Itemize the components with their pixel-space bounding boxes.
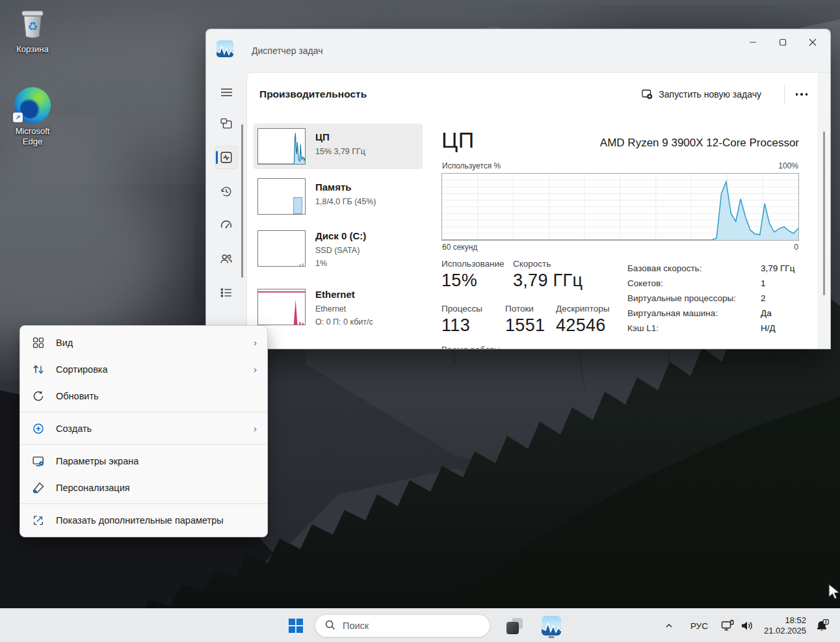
side-stat-value: 2 [761, 293, 766, 303]
menu-item-show-more-options[interactable]: Показать дополнительные параметры [20, 507, 267, 533]
chevron-right-icon: › [254, 364, 257, 375]
tray-date: 21.02.2025 [764, 626, 806, 636]
recycle-bin-icon: ♻ [14, 5, 51, 42]
graph-y-label: Используется % [442, 161, 501, 170]
menu-item-new[interactable]: Создать › [20, 415, 267, 442]
show-more-options-icon [32, 514, 45, 527]
resource-row-memory[interactable]: Память 1,8/4,0 ГБ (45%) [254, 174, 423, 219]
nav-startup-apps-icon[interactable] [215, 213, 238, 237]
view-icon [32, 336, 45, 349]
stat-value: 42546 [556, 315, 609, 336]
menu-item-label: Создать [56, 423, 92, 434]
desktop-icon-recycle-bin[interactable]: ♻ Корзина [5, 5, 60, 55]
notification-bell-dnd-icon[interactable]: z [813, 613, 832, 639]
tray-time: 18:52 [764, 615, 806, 626]
menu-item-personalize[interactable]: Персонализация [20, 474, 267, 501]
stat-value: 1551 [505, 315, 556, 336]
shortcut-arrow-icon: ↗ [13, 113, 23, 122]
start-button[interactable] [283, 613, 309, 639]
stat-label: Дескрипторы [556, 304, 609, 314]
side-stat-label: Базовая скорость: [627, 263, 761, 273]
side-stat-label: Кэш L1: [627, 323, 761, 333]
cpu-stats-row2: Процессы 113 Потоки 1551 Дескрипторы 425… [441, 304, 609, 336]
cpu-mini-graph [257, 128, 306, 165]
network-icon [720, 619, 735, 633]
resource-detail: SSD (SATA) [315, 246, 360, 255]
sort-icon [32, 363, 45, 376]
stat-value: 15% [441, 271, 513, 291]
menu-item-label: Вид [56, 338, 73, 348]
menu-item-label: Параметры экрана [56, 456, 138, 466]
resource-row-cpu[interactable]: ЦП 15% 3,79 ГГц [254, 124, 423, 169]
stat-label: Потоки [505, 304, 556, 314]
nav-performance-icon[interactable] [215, 146, 238, 169]
menu-item-refresh[interactable]: Обновить [20, 382, 267, 409]
graph-y-max: 100% [778, 161, 798, 170]
menu-separator [20, 503, 267, 504]
stat-label: Использование [441, 259, 513, 269]
content-card: Производительность Запустить новую задач… [246, 72, 830, 349]
nav-users-icon[interactable] [215, 247, 238, 271]
content-scrollbar[interactable] [823, 131, 825, 295]
menu-item-label: Персонализация [56, 483, 130, 493]
network-volume-group[interactable] [718, 613, 756, 639]
resource-detail: 1,8/4,0 ГБ (45%) [315, 197, 376, 206]
personalize-icon [32, 481, 45, 494]
menu-item-display-settings[interactable]: Параметры экрана [20, 448, 267, 474]
chevron-right-icon: › [254, 423, 257, 434]
nav-details-icon[interactable] [215, 281, 238, 304]
desktop-icon-microsoft-edge[interactable]: ↗ Microsoft Edge [5, 87, 60, 148]
cpu-heading: ЦП [441, 127, 475, 153]
svg-text:♻: ♻ [27, 20, 38, 33]
taskbar: Поиск РУС [0, 608, 840, 642]
resource-detail: 1% [315, 259, 327, 268]
resource-row-ethernet[interactable]: Ethernet Ethernet О: 0 П: 0 кбит/с [254, 284, 423, 336]
page-title: Производительность [259, 88, 367, 100]
task-manager-taskbar-button[interactable] [538, 613, 564, 639]
menu-item-label: Показать дополнительные параметры [56, 515, 224, 526]
memory-mini-graph [257, 178, 306, 215]
maximize-button[interactable] [768, 31, 798, 54]
task-view-button[interactable] [502, 613, 528, 639]
resource-name: Память [315, 181, 352, 193]
hamburger-menu-icon[interactable] [215, 81, 238, 104]
resource-detail: О: 0 П: 0 кбит/с [315, 317, 373, 327]
menu-item-view[interactable]: Вид › [20, 329, 267, 356]
menu-separator [20, 444, 267, 445]
titlebar[interactable]: Диспетчер задач [206, 29, 830, 71]
resource-row-disk[interactable]: Диск 0 (C:) SSD (SATA) 1% [254, 224, 423, 280]
stat-value: 3,79 ГГц [513, 271, 583, 291]
chevron-right-icon: › [254, 337, 257, 348]
ethernet-mini-graph [257, 289, 306, 325]
desktop-icon-label: Корзина [5, 44, 60, 55]
tray-chevron-up-icon[interactable] [659, 613, 679, 639]
close-button[interactable] [798, 31, 828, 54]
side-stat-value: Н/Д [761, 323, 776, 333]
task-manager-icon [542, 616, 561, 635]
search-icon [324, 619, 335, 632]
menu-item-sort[interactable]: Сортировка › [20, 356, 267, 382]
side-stat-label: Сокетов: [627, 278, 761, 288]
selected-indicator [216, 151, 218, 164]
nav-scrollbar[interactable] [241, 124, 243, 278]
language-indicator[interactable]: РУС [685, 613, 713, 639]
stat-value: 113 [441, 315, 505, 336]
menu-separator [20, 412, 267, 412]
side-stat-label: Виртуальная машина: [627, 308, 761, 318]
resource-detail: Ethernet [315, 304, 346, 314]
taskbar-search-input[interactable]: Поиск [315, 614, 490, 637]
minimize-button[interactable] [738, 31, 768, 54]
tray-clock[interactable]: 18:52 21.02.2025 [764, 615, 806, 636]
display-settings-icon [32, 455, 45, 468]
nav-app-history-icon[interactable] [215, 180, 238, 203]
nav-processes-icon[interactable] [215, 112, 238, 135]
graph-x-start: 60 секунд [442, 243, 477, 252]
resource-detail: 15% 3,79 ГГц [315, 147, 365, 156]
clipped-stat-label: Время работы [441, 345, 500, 349]
windows-logo-icon [289, 619, 303, 633]
cpu-stats-row1: Использование 15% Скорость 3,79 ГГц [441, 259, 583, 291]
refresh-icon [32, 390, 45, 403]
menu-item-label: Обновить [56, 391, 99, 401]
mouse-cursor [828, 583, 840, 602]
window-title: Диспетчер задач [252, 46, 323, 56]
